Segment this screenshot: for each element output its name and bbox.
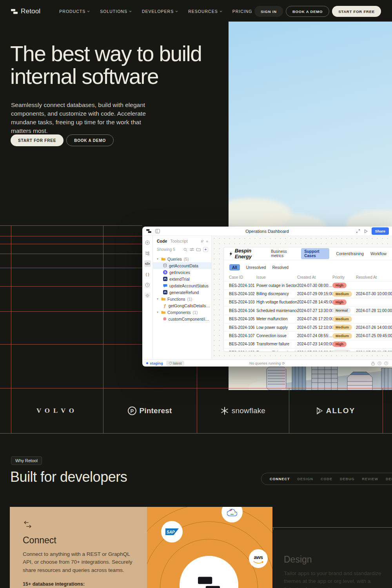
customer-logo-pinterest[interactable]: P Pinterest — [103, 388, 197, 433]
nav-solutions[interactable]: SOLUTIONS — [100, 9, 132, 14]
filter-unresolved[interactable]: Unresolved — [246, 265, 266, 270]
table-row[interactable]: BES-2024-105Meter malfunction2024-07-26 … — [224, 315, 392, 323]
code-query-panel: Code Toolscript « Showing 5 + — [153, 236, 212, 359]
tab-design[interactable]: DESIGN — [298, 477, 314, 481]
nav-developers[interactable]: DEVELOPERS — [142, 9, 178, 14]
table-row[interactable]: BES-2024-107Connection issue2024-07-24 0… — [224, 331, 392, 339]
code-panel-icon[interactable]: </> — [144, 260, 151, 267]
layout-panel-icon[interactable] — [155, 229, 160, 233]
tree-item-extendTrial[interactable]: extendTrial — [153, 276, 211, 282]
connect-card: Connect Connect to anything with a REST … — [10, 507, 147, 588]
priority-badge: Medium — [332, 291, 352, 297]
table-row[interactable]: BES-2024-104Scheduled maintenance...2024… — [224, 306, 392, 314]
feature-tabs: CONNECT DESIGN CODE DEBUG REVIEW DEPLOY — [261, 473, 392, 485]
expand-icon[interactable] — [356, 229, 360, 233]
table-row[interactable]: BES-2024-101Power outage in Sector 72024… — [224, 281, 392, 289]
col-resolved-at[interactable]: Resolved At — [356, 275, 392, 279]
tab-code[interactable]: CODE — [321, 477, 332, 481]
swap-arrows-icon — [23, 521, 33, 529]
settings-gear-icon[interactable] — [144, 292, 151, 299]
tree-item-getInvoices[interactable]: S getInvoices — [153, 269, 211, 276]
grid-line — [0, 286, 142, 287]
app-tab-content-training[interactable]: Content/training — [336, 252, 364, 256]
customer-logo-snowflake[interactable]: snowflake — [197, 388, 289, 433]
table-row[interactable]: BES-2024-108Transformer failure2024-07-2… — [224, 340, 392, 348]
col-priority[interactable]: Priority — [332, 275, 356, 279]
book-demo-cta[interactable]: BOOK A DEMO — [66, 134, 114, 146]
customer-logo-alloy[interactable]: ALLOY — [289, 388, 383, 433]
chevron-down-icon — [175, 11, 178, 13]
share-button[interactable]: Share — [372, 227, 389, 235]
sap-icon: SAP — [165, 528, 179, 535]
state-braces-icon[interactable]: { } — [144, 271, 151, 278]
sign-in-button[interactable]: SIGN IN — [254, 6, 283, 17]
col-issue[interactable]: Issue — [256, 275, 297, 279]
play-icon[interactable] — [364, 229, 368, 233]
app-tab-support-cases[interactable]: Support Cases — [301, 248, 329, 259]
built-for-developers-heading: Built for developers — [10, 469, 127, 485]
start-free-button[interactable]: START FOR FREE — [332, 6, 381, 17]
support-cases-table: Case ID Issue Created At Priority Resolv… — [224, 274, 392, 352]
table-row[interactable]: BES-2024-109Energy efficiency inquiry202… — [224, 348, 392, 352]
retool-logo[interactable]: Retool — [11, 7, 40, 15]
hero-cta-group: START FOR FREE BOOK A DEMO — [11, 134, 114, 146]
case-filter-tabs: All Unresolved Resolved — [224, 260, 392, 274]
table-row[interactable]: BES-2024-102Billing discrepancy2024-07-2… — [224, 289, 392, 298]
collapse-panel-icon[interactable]: « — [206, 239, 208, 243]
grid-line — [0, 268, 142, 268]
dashboard-titlebar: Operations Dashboard Share — [142, 227, 392, 236]
tree-item-customComponent[interactable]: customComponent/iFrameC... — [153, 316, 211, 322]
header-actions: SIGN IN BOOK A DEMO START FOR FREE — [254, 6, 381, 17]
tree-item-getAccountData[interactable]: getAccountData — [153, 262, 211, 269]
grid-line — [0, 225, 142, 226]
add-query-icon[interactable]: + — [203, 247, 208, 252]
book-demo-button[interactable]: BOOK A DEMO — [286, 6, 329, 17]
nav-pricing[interactable]: PRICING — [232, 9, 252, 14]
tab-connect[interactable]: CONNECT — [270, 477, 290, 481]
bespin-energy-app: Bespin Energy Business metrics Support C… — [223, 247, 392, 352]
start-free-cta[interactable]: START FOR FREE — [11, 134, 64, 146]
table-row[interactable]: BES-2024-103High voltage fluctuation2024… — [224, 298, 392, 306]
app-tab-business-metrics[interactable]: Business metrics — [271, 249, 294, 258]
app-tab-workflow[interactable]: Workflow — [370, 252, 387, 256]
tab-code[interactable]: Code — [157, 239, 167, 243]
tree-folder-functions[interactable]: ▾ Functions(1) — [153, 296, 211, 302]
retool-logo-icon — [11, 9, 18, 15]
tree-item-getGongCallsDetailsOrEmpty[interactable]: ƒ getGongCallsDetailsOrEmpty — [153, 302, 211, 309]
svg-text:S: S — [164, 271, 166, 274]
history-clock-icon[interactable] — [144, 281, 151, 288]
help-icon[interactable]: ? — [384, 361, 388, 365]
priority-badge: High — [332, 283, 347, 288]
filter-resolved[interactable]: Resolved — [272, 265, 289, 270]
add-icon[interactable] — [144, 239, 151, 246]
nav-products[interactable]: PRODUCTS — [59, 9, 90, 14]
tree-item-generateRefund[interactable]: generateRefund — [153, 289, 211, 296]
design-description: Tailor apps to your brand and standardiz… — [284, 570, 387, 588]
component-tree-icon[interactable] — [144, 250, 151, 256]
query-tree: ▾ Queries(5) getAccountData S getInvoice… — [153, 254, 211, 322]
customer-logo-volvo[interactable]: VOLVO — [11, 388, 103, 433]
sort-filter-icon[interactable] — [190, 248, 194, 251]
tab-review[interactable]: REVIEW — [362, 477, 379, 481]
priority-badge: High — [332, 341, 347, 347]
history-icon[interactable] — [377, 361, 381, 365]
folder-icon — [161, 310, 165, 314]
tab-deploy[interactable]: DEPLOY — [386, 477, 392, 481]
retool-mark-icon — [146, 229, 151, 233]
tree-folder-queries[interactable]: ▾ Queries(5) — [153, 256, 211, 262]
table-row[interactable]: BES-2024-106Low power supply2024-07-25 1… — [224, 323, 392, 331]
col-case-id[interactable]: Case ID — [229, 275, 256, 279]
filter-all[interactable]: All — [229, 264, 240, 270]
svg-text:?: ? — [385, 362, 387, 365]
tree-item-updateAccountStatus[interactable]: updateAccountStatus — [153, 282, 211, 289]
nav-resources[interactable]: RESOURCES — [188, 9, 222, 14]
lock-icon[interactable] — [371, 361, 375, 365]
tree-folder-components[interactable]: ▾ Components(1) — [153, 309, 211, 316]
col-created-at[interactable]: Created At — [297, 275, 332, 279]
pin-icon[interactable] — [200, 240, 204, 243]
new-folder-icon[interactable] — [196, 248, 201, 251]
tab-toolscript[interactable]: Toolscript — [170, 239, 187, 243]
hero-title: The best way to buildinternal software — [10, 42, 230, 88]
tab-debug[interactable]: DEBUG — [340, 477, 355, 481]
search-icon[interactable] — [183, 248, 187, 252]
